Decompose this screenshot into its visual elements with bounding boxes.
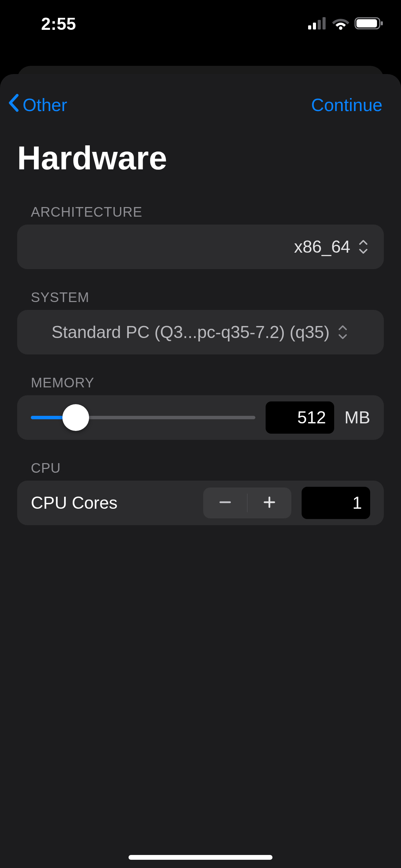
architecture-select[interactable]: x86_64: [17, 225, 384, 269]
page-title: Hardware: [0, 125, 401, 184]
slider-thumb[interactable]: [62, 404, 89, 431]
status-indicators: [308, 16, 384, 32]
sheet: Other Continue Hardware ARCHITECTURE x86…: [0, 74, 401, 868]
cellular-icon: [308, 17, 327, 31]
wifi-icon: [332, 17, 350, 31]
svg-rect-3: [323, 17, 326, 29]
memory-slider[interactable]: [31, 409, 255, 426]
back-button[interactable]: Other: [7, 93, 67, 117]
svg-rect-0: [308, 25, 311, 29]
stepper-increment-button[interactable]: [247, 487, 291, 518]
cpu-row: CPU Cores 1: [17, 481, 384, 525]
status-bar: 2:55: [0, 0, 401, 48]
cpu-cores-label: CPU Cores: [31, 493, 193, 513]
continue-button[interactable]: Continue: [311, 95, 387, 115]
cpu-stepper: [203, 487, 291, 518]
svg-rect-7: [381, 21, 383, 25]
cpu-value-field[interactable]: 1: [302, 487, 370, 519]
memory-unit: MB: [344, 408, 370, 427]
memory-value-field[interactable]: 512: [266, 401, 334, 434]
minus-icon: [218, 495, 232, 510]
svg-rect-2: [318, 20, 321, 29]
stepper-decrement-button[interactable]: [203, 487, 247, 518]
chevron-up-down-icon: [356, 239, 370, 255]
architecture-value: x86_64: [294, 237, 350, 257]
system-select[interactable]: Standard PC (Q3...pc-q35-7.2) (q35): [17, 310, 384, 354]
section-header-architecture: ARCHITECTURE: [0, 184, 401, 225]
svg-rect-6: [356, 19, 377, 27]
section-header-system: SYSTEM: [0, 269, 401, 310]
chevron-up-down-icon: [336, 324, 350, 340]
memory-row: 512 MB: [17, 395, 384, 440]
section-header-memory: MEMORY: [0, 354, 401, 395]
plus-icon: [263, 495, 276, 510]
chevron-left-icon: [7, 93, 23, 117]
svg-point-4: [339, 26, 342, 30]
nav-bar: Other Continue: [0, 84, 401, 125]
status-time: 2:55: [41, 14, 76, 34]
back-label: Other: [23, 95, 67, 115]
section-header-cpu: CPU: [0, 440, 401, 481]
battery-icon: [354, 16, 384, 32]
system-value: Standard PC (Q3...pc-q35-7.2) (q35): [51, 322, 330, 342]
home-indicator[interactable]: [129, 855, 272, 860]
svg-rect-1: [313, 23, 316, 29]
